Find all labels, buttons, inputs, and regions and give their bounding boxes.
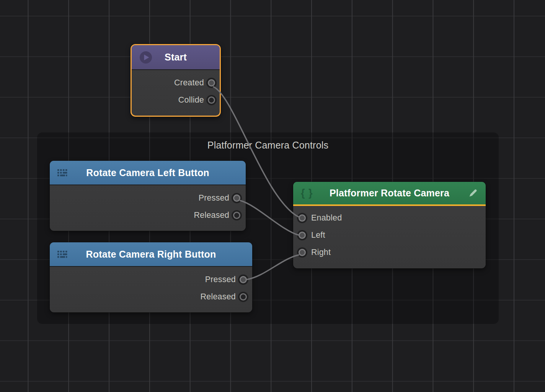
output-port-released[interactable] bbox=[240, 293, 247, 301]
output-port-created[interactable] bbox=[208, 79, 215, 87]
input-port-left[interactable] bbox=[299, 232, 306, 239]
node-rotate-camera-left-button[interactable]: Rotate Camera Left Button Pressed Releas… bbox=[50, 161, 246, 231]
node-title: Rotate Camera Left Button bbox=[86, 167, 209, 178]
node-title: Rotate Camera Right Button bbox=[86, 249, 216, 260]
port-row-released: Released bbox=[50, 207, 246, 224]
port-row-collide: Collide bbox=[132, 91, 220, 109]
input-port-enabled[interactable] bbox=[299, 214, 306, 222]
braces-icon: { } bbox=[301, 188, 313, 198]
output-port-released[interactable] bbox=[233, 212, 240, 219]
port-row-pressed: Pressed bbox=[50, 189, 246, 207]
node-left-button-header[interactable]: Rotate Camera Left Button bbox=[50, 161, 246, 185]
port-label-pressed: Pressed bbox=[199, 193, 229, 203]
node-title: Start bbox=[165, 52, 187, 63]
output-port-pressed[interactable] bbox=[233, 194, 240, 202]
port-row-created: Created bbox=[132, 74, 220, 91]
port-label-created: Created bbox=[174, 78, 204, 88]
port-row-enabled: Enabled bbox=[293, 209, 486, 227]
port-label-released: Released bbox=[201, 292, 236, 302]
group-title: Platformer Camera Controls bbox=[37, 140, 499, 151]
pencil-icon[interactable] bbox=[468, 188, 478, 198]
node-rotate-camera-header[interactable]: { } Platformer Rotate Camera bbox=[293, 182, 486, 206]
input-port-right[interactable] bbox=[299, 249, 306, 256]
node-rotate-camera-right-button[interactable]: Rotate Camera Right Button Pressed Relea… bbox=[50, 242, 252, 312]
output-port-collide[interactable] bbox=[208, 96, 215, 104]
node-right-button-header[interactable]: Rotate Camera Right Button bbox=[50, 242, 252, 267]
port-row-left: Left bbox=[293, 227, 486, 244]
node-start-header[interactable]: Start bbox=[132, 45, 220, 70]
node-editor-canvas[interactable]: Platformer Camera Controls Start Created… bbox=[0, 0, 545, 392]
port-row-released: Released bbox=[50, 288, 252, 305]
node-platformer-rotate-camera[interactable]: { } Platformer Rotate Camera Enabled Lef… bbox=[293, 182, 486, 268]
port-label-right: Right bbox=[311, 248, 331, 257]
node-title: Platformer Rotate Camera bbox=[330, 188, 449, 199]
node-start[interactable]: Start Created Collide bbox=[131, 44, 221, 117]
port-label-collide: Collide bbox=[178, 95, 204, 105]
output-port-pressed[interactable] bbox=[240, 276, 247, 283]
port-label-enabled: Enabled bbox=[311, 213, 342, 223]
keyboard-icon bbox=[57, 251, 68, 258]
port-row-right: Right bbox=[293, 244, 486, 261]
keyboard-icon bbox=[57, 169, 68, 176]
play-icon bbox=[139, 51, 152, 64]
port-label-pressed: Pressed bbox=[205, 275, 236, 284]
port-label-released: Released bbox=[194, 211, 229, 220]
port-row-pressed: Pressed bbox=[50, 271, 252, 288]
port-label-left: Left bbox=[311, 230, 325, 240]
